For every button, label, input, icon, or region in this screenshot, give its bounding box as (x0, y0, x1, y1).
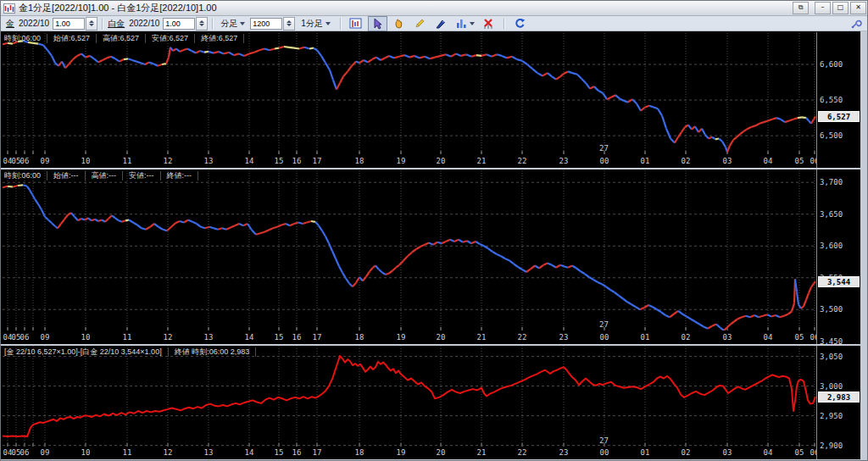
time-tick-label: 10 (81, 333, 91, 342)
chart-area: 時刻:06:00始値:6,527高値:6,527安値:6,527終値:6,527… (1, 31, 868, 459)
price-tick-label: 6,500 (820, 131, 843, 140)
close-button[interactable]: ✕ (850, 2, 866, 14)
pen-button[interactable] (431, 16, 451, 31)
time-tick-label: 00 (600, 157, 609, 165)
time-tick-label: 05 (795, 333, 804, 342)
gold-label: 金 (6, 18, 14, 30)
time-tick-label: 17 (313, 157, 322, 165)
select-cursor-button[interactable] (368, 16, 387, 31)
app-candlestick-icon (3, 3, 15, 14)
indicator-bars-button[interactable] (453, 16, 477, 31)
time-tick-label: 18 (355, 157, 364, 165)
toolbar-separator (212, 18, 214, 30)
info-field: 高値:--- (86, 171, 124, 181)
time-tick-label: 11 (123, 448, 132, 457)
chevron-down-icon (326, 22, 331, 25)
pan-hand-button[interactable] (389, 16, 409, 31)
settings-wrench-button[interactable] (849, 17, 864, 31)
time-tick-label: 10 (81, 157, 91, 165)
time-tick-label: 16 (292, 157, 302, 165)
time-tick-label: 02 (682, 157, 691, 165)
bar-type-label: 分足 (220, 18, 237, 30)
interval-dropdown[interactable]: 1分足 (298, 17, 333, 31)
spread-plot-wrap (3, 346, 816, 447)
time-tick-label: 13 (204, 448, 214, 457)
time-tick-label: 12 (164, 333, 173, 342)
info-field: 始値:--- (47, 171, 86, 181)
info-field: 終値:6,527 (195, 34, 244, 43)
time-tick-label: 17 (313, 448, 322, 457)
platinum-month-label: 2022/10 (129, 19, 159, 28)
time-tick-label: 22 (518, 157, 527, 165)
time-tick-label: 06 (20, 157, 30, 165)
date-marker: 27 (599, 320, 609, 329)
time-tick-label: 15 (275, 448, 284, 457)
maximize-button[interactable]: □ (832, 2, 849, 14)
kline-chart-icon (349, 18, 363, 30)
gold-info-bar: 時刻:06:00始値:6,527高値:6,527安値:6,527終値:6,527 (3, 34, 244, 43)
gold-multiplier-input[interactable] (53, 18, 85, 30)
spread-chart-panel: [金 22/10 6,527×1.00]-[白金 22/10 3,544×1.0… (1, 346, 860, 459)
chevron-down-icon (470, 22, 475, 25)
popout-window-button[interactable]: ⧉ (793, 2, 809, 14)
gold-plot-wrap (3, 33, 816, 154)
time-tick-label: 18 (355, 448, 364, 457)
time-tick-label: 15 (275, 157, 284, 165)
time-tick-label: 14 (245, 333, 254, 342)
time-tick-label: 09 (41, 333, 50, 342)
platinum-info-bar: 時刻:06:00始値:---高値:---安値:---終値:--- (3, 171, 198, 181)
time-tick-label: 06 (20, 333, 30, 342)
price-tick-label: 3,050 (820, 353, 843, 361)
platinum-time-axis: 0405060910111213141516171819202122230001… (3, 331, 816, 344)
time-tick-label: 02 (682, 448, 691, 457)
time-tick-label: 13 (204, 157, 214, 165)
minimize-button[interactable]: – (815, 2, 831, 14)
kline-chart-button[interactable] (347, 16, 366, 31)
pencil-button[interactable] (410, 16, 430, 31)
time-tick-label: 19 (397, 448, 406, 457)
time-tick-label: 02 (682, 333, 691, 342)
time-tick-label: 16 (292, 333, 302, 342)
interval-label: 1分足 (301, 18, 323, 30)
date-marker: 27 (599, 436, 609, 445)
refresh-icon (514, 18, 526, 30)
time-tick-label: 06 (810, 448, 816, 457)
time-tick-label: 23 (559, 333, 569, 342)
bar-count-input[interactable] (250, 18, 282, 30)
bar-count-spinner[interactable] (283, 17, 295, 31)
price-tick-label: 6,600 (820, 60, 843, 69)
time-tick-label: 00 (600, 333, 609, 342)
price-tick-label: 2,900 (820, 442, 843, 450)
platinum-multiplier-spinner[interactable] (196, 17, 208, 31)
time-tick-label: 05 (795, 157, 804, 165)
last-price-box: 2,983 (818, 392, 860, 403)
refresh-button[interactable] (510, 16, 530, 31)
indicator-bars-icon (455, 18, 468, 30)
clear-drawings-button[interactable] (479, 16, 498, 31)
info-field: 時刻:06:00 (3, 171, 47, 181)
gold-multiplier-spinner[interactable] (86, 17, 97, 31)
price-tick-label: 6,550 (820, 96, 843, 104)
bar-type-dropdown[interactable]: 分足 (218, 17, 248, 31)
toolbar-separator (102, 18, 103, 30)
time-tick-label: 11 (123, 333, 132, 342)
time-tick-label: 16 (292, 448, 302, 457)
last-price-box: 6,527 (818, 111, 860, 122)
gold-candle-plot[interactable] (3, 33, 816, 154)
platinum-candle-plot[interactable] (3, 170, 816, 330)
time-tick-label: 14 (245, 448, 254, 457)
pan-hand-icon (392, 18, 404, 30)
time-tick-label: 14 (245, 157, 254, 165)
price-tick-label: 3,700 (820, 178, 843, 186)
time-tick-label: 19 (397, 333, 406, 342)
time-tick-label: 06 (810, 157, 816, 165)
time-tick-label: 17 (313, 333, 322, 342)
time-tick-label: 20 (437, 448, 446, 457)
platinum-multiplier-input[interactable] (163, 18, 195, 30)
time-tick-label: 01 (641, 448, 650, 457)
chart-application-window: 金1分足[2022/10]1.00 - 白金1分足[2022/10]1.00 ⧉… (0, 0, 868, 461)
time-tick-label: 20 (437, 333, 446, 342)
time-tick-label: 13 (204, 333, 214, 342)
time-tick-label: 19 (397, 157, 406, 165)
spread-line-plot[interactable] (3, 346, 816, 447)
